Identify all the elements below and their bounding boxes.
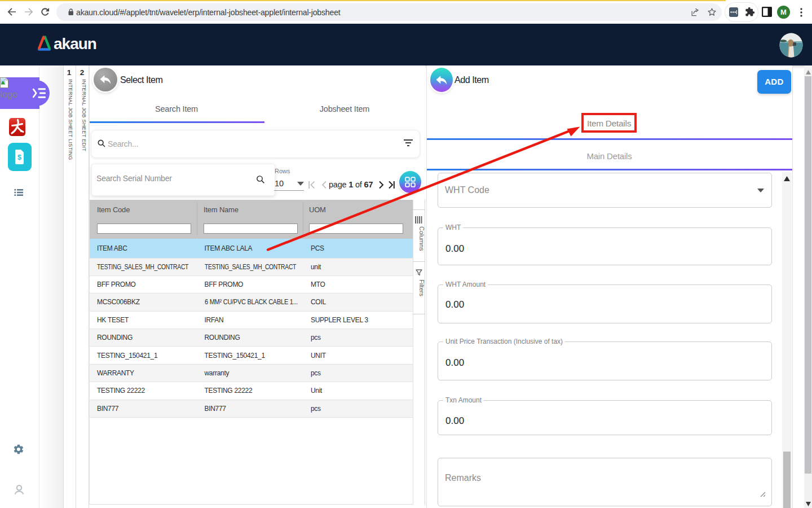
svg-text:$: $ [17, 154, 21, 161]
